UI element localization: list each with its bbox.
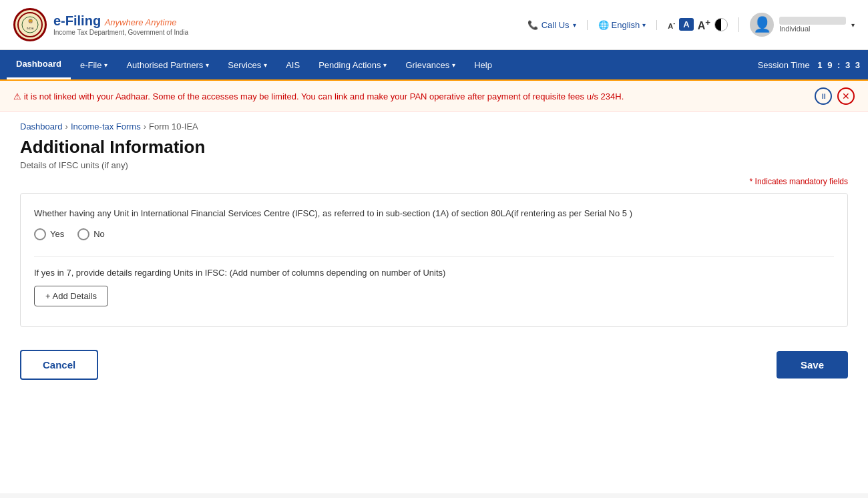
form-footer: Cancel Save — [20, 343, 848, 387]
breadcrumb-income-tax-forms[interactable]: Income-tax Forms — [71, 121, 141, 132]
nav-item-services[interactable]: Services ▾ — [218, 50, 276, 79]
svg-point-0 — [18, 13, 42, 37]
form-question-2: If yes in 7, provide details regarding U… — [34, 268, 834, 278]
alert-banner: ⚠ it is not linked with your Aadhaar. So… — [0, 79, 868, 112]
logo-subtitle: Income Tax Department, Government of Ind… — [53, 29, 188, 36]
nav-label-help: Help — [474, 60, 492, 70]
nav-label-dashboard: Dashboard — [16, 59, 61, 69]
form-card: Whether having any Unit in International… — [20, 193, 848, 327]
nav-label-authorised-partners: Authorised Partners — [126, 60, 203, 70]
breadcrumb-sep-1: › — [65, 121, 68, 132]
nav-item-authorised-partners[interactable]: Authorised Partners ▾ — [117, 50, 218, 79]
nav-item-grievances[interactable]: Grievances ▾ — [396, 50, 465, 79]
grievances-chevron: ▾ — [452, 61, 455, 69]
call-us-label: Call Us — [541, 20, 570, 30]
yes-no-radio-group: Yes No — [34, 228, 834, 240]
breadcrumb-sep-2: › — [144, 121, 146, 132]
language-chevron: ▾ — [642, 21, 646, 29]
radio-no-label: No — [93, 229, 105, 239]
user-name-masked — [779, 17, 846, 25]
svg-text:INDIA: INDIA — [27, 27, 34, 30]
emblem-logo: 🦁 INDIA — [13, 8, 47, 41]
svg-text:🦁: 🦁 — [28, 19, 33, 24]
phone-icon: 📞 — [527, 20, 538, 30]
session-timer: Session Time 1 9 : 3 3 — [758, 60, 861, 70]
nav-item-efile[interactable]: e-File ▾ — [71, 50, 118, 79]
nav-item-help[interactable]: Help — [465, 50, 501, 79]
cancel-button[interactable]: Cancel — [20, 350, 98, 380]
save-label: Save — [801, 359, 824, 370]
nav-label-ais: AIS — [286, 60, 300, 70]
radio-no-option[interactable]: No — [77, 228, 105, 240]
user-info: Individual — [779, 17, 846, 33]
efile-chevron: ▾ — [104, 61, 107, 69]
nav-label-grievances: Grievances — [405, 60, 449, 70]
logo-tagline: Anywhere Anytime — [105, 17, 177, 27]
logo-brand: e-Filing Anywhere Anytime — [53, 13, 188, 29]
alert-controls: ⏸ ✕ — [815, 87, 855, 105]
radio-yes-label: Yes — [50, 229, 64, 239]
session-label: Session Time — [758, 60, 810, 70]
page-title: Additional Information — [20, 137, 848, 158]
form-divider — [34, 256, 834, 257]
add-details-button[interactable]: + Add Details — [34, 286, 108, 306]
breadcrumb-current: Form 10-IEA — [149, 121, 198, 132]
nav-label-efile: e-File — [80, 60, 102, 70]
font-medium-button[interactable]: A — [679, 18, 693, 31]
language-selector[interactable]: 🌐 English ▾ — [598, 20, 658, 30]
call-us-chevron: ▾ — [573, 21, 576, 29]
user-area: 👤 Individual ▾ — [750, 13, 855, 37]
alert-close-button[interactable]: ✕ — [837, 87, 855, 105]
contrast-toggle[interactable] — [714, 18, 728, 31]
radio-no-circle — [77, 228, 89, 240]
user-avatar: 👤 — [750, 13, 774, 37]
services-chevron: ▾ — [264, 61, 267, 69]
alert-text: ⚠ it is not linked with your Aadhaar. So… — [13, 91, 807, 101]
nav-item-dashboard[interactable]: Dashboard — [7, 50, 71, 79]
font-small-button[interactable]: A- — [668, 20, 675, 30]
top-right-controls: 📞 Call Us ▾ 🌐 English ▾ A- A A+ 👤 Indivi… — [527, 13, 855, 37]
main-content: Dashboard › Income-tax Forms › Form 10-I… — [0, 112, 868, 493]
radio-yes-option[interactable]: Yes — [34, 228, 64, 240]
radio-yes-circle — [34, 228, 46, 240]
pending-actions-chevron: ▾ — [383, 61, 387, 69]
form-question-1: Whether having any Unit in International… — [34, 207, 834, 220]
add-details-label: + Add Details — [45, 291, 97, 301]
font-large-button[interactable]: A+ — [698, 17, 710, 32]
mandatory-asterisk: * — [750, 177, 753, 186]
nav-item-ais[interactable]: AIS — [276, 50, 309, 79]
globe-icon: 🌐 — [598, 20, 609, 30]
cancel-label: Cancel — [43, 359, 75, 370]
user-dropdown-chevron[interactable]: ▾ — [851, 21, 855, 29]
nav-label-pending-actions: Pending Actions — [318, 60, 381, 70]
font-size-controls: A- A A+ — [668, 17, 739, 32]
logo-text: e-Filing Anywhere Anytime Income Tax Dep… — [53, 13, 188, 36]
page-subtitle: Details of IFSC units (if any) — [20, 160, 848, 170]
nav-label-services: Services — [228, 60, 261, 70]
logo-area: 🦁 INDIA e-Filing Anywhere Anytime Income… — [13, 8, 188, 41]
call-us-button[interactable]: 📞 Call Us ▾ — [527, 20, 588, 30]
authorised-partners-chevron: ▾ — [206, 61, 209, 69]
mandatory-text: Indicates mandatory fields — [755, 177, 848, 186]
top-bar: 🦁 INDIA e-Filing Anywhere Anytime Income… — [0, 0, 868, 50]
save-button[interactable]: Save — [777, 351, 848, 379]
avatar-icon: 👤 — [753, 16, 771, 33]
breadcrumb: Dashboard › Income-tax Forms › Form 10-I… — [20, 112, 848, 137]
user-type-label: Individual — [779, 25, 846, 33]
breadcrumb-dashboard[interactable]: Dashboard — [20, 121, 63, 132]
mandatory-note: * Indicates mandatory fields — [20, 177, 848, 186]
navigation-bar: Dashboard e-File ▾ Authorised Partners ▾… — [0, 50, 868, 79]
nav-item-pending-actions[interactable]: Pending Actions ▾ — [309, 50, 396, 79]
session-value: 1 9 : 3 3 — [817, 60, 861, 70]
language-label: English — [612, 20, 640, 30]
alert-pause-button[interactable]: ⏸ — [815, 87, 832, 105]
